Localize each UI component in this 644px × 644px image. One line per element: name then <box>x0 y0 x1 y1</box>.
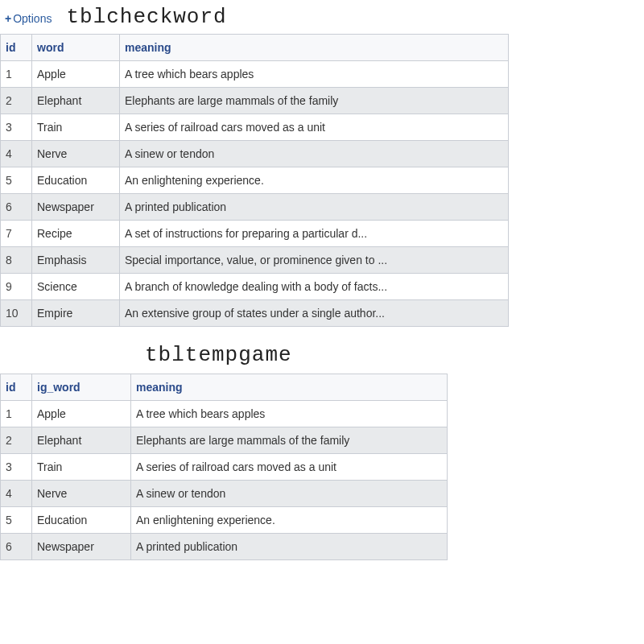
plus-icon: + <box>5 12 11 25</box>
cell-id: 5 <box>1 507 32 534</box>
table2-header-meaning[interactable]: meaning <box>131 374 448 401</box>
cell-word: Train <box>32 114 120 141</box>
cell-meaning: Special importance, value, or prominence… <box>120 247 509 274</box>
cell-id: 7 <box>1 221 32 247</box>
cell-word: Apple <box>32 61 120 88</box>
table-checkword: id word meaning 1AppleA tree which bears… <box>0 34 509 327</box>
cell-meaning: Elephants are large mammals of the famil… <box>120 88 509 114</box>
cell-id: 1 <box>1 61 32 88</box>
table1-header-id[interactable]: id <box>1 35 32 61</box>
table1-header-meaning[interactable]: meaning <box>120 35 509 61</box>
cell-id: 8 <box>1 247 32 274</box>
cell-id: 10 <box>1 300 32 327</box>
cell-word: Science <box>32 274 120 300</box>
table2-header-igword[interactable]: ig_word <box>32 374 131 401</box>
cell-igword: Education <box>32 507 131 534</box>
cell-word: Empire <box>32 300 120 327</box>
cell-igword: Train <box>32 454 131 481</box>
cell-meaning: An enlightening experience. <box>131 507 448 534</box>
cell-id: 6 <box>1 194 32 221</box>
cell-id: 6 <box>1 534 32 560</box>
cell-meaning: A sinew or tendon <box>131 481 448 507</box>
cell-id: 1 <box>1 401 32 427</box>
cell-meaning: A tree which bears apples <box>120 61 509 88</box>
cell-id: 9 <box>1 274 32 300</box>
table-row[interactable]: 8EmphasisSpecial importance, value, or p… <box>1 247 509 274</box>
table-row[interactable]: 10EmpireAn extensive group of states und… <box>1 300 509 327</box>
cell-meaning: A sinew or tendon <box>120 141 509 167</box>
table-row[interactable]: 5EducationAn enlightening experience. <box>1 167 509 194</box>
table1-title: tblcheckword <box>66 5 226 29</box>
table-row[interactable]: 9ScienceA branch of knowledge dealing wi… <box>1 274 509 300</box>
cell-meaning: A printed publication <box>131 534 448 560</box>
cell-igword: Nerve <box>32 481 131 507</box>
table-row[interactable]: 3TrainA series of railroad cars moved as… <box>1 454 448 481</box>
cell-word: Recipe <box>32 221 120 247</box>
cell-meaning: A printed publication <box>120 194 509 221</box>
options-toggle[interactable]: +Options <box>5 12 52 25</box>
cell-id: 3 <box>1 114 32 141</box>
cell-meaning: A series of railroad cars moved as a uni… <box>131 454 448 481</box>
cell-word: Nerve <box>32 141 120 167</box>
cell-word: Elephant <box>32 88 120 114</box>
table-row[interactable]: 5EducationAn enlightening experience. <box>1 507 448 534</box>
cell-id: 2 <box>1 88 32 114</box>
table-row[interactable]: 3TrainA series of railroad cars moved as… <box>1 114 509 141</box>
cell-word: Newspaper <box>32 194 120 221</box>
cell-meaning: A tree which bears apples <box>131 401 448 427</box>
table-row[interactable]: 6NewspaperA printed publication <box>1 534 448 560</box>
cell-meaning: A branch of knowledge dealing with a bod… <box>120 274 509 300</box>
cell-word: Emphasis <box>32 247 120 274</box>
table2-title: tbltempgame <box>0 343 644 367</box>
cell-igword: Newspaper <box>32 534 131 560</box>
cell-meaning: Elephants are large mammals of the famil… <box>131 427 448 454</box>
cell-meaning: An enlightening experience. <box>120 167 509 194</box>
cell-id: 2 <box>1 427 32 454</box>
cell-word: Education <box>32 167 120 194</box>
table-row[interactable]: 4NerveA sinew or tendon <box>1 481 448 507</box>
cell-meaning: A set of instructions for preparing a pa… <box>120 221 509 247</box>
table-row[interactable]: 4NerveA sinew or tendon <box>1 141 509 167</box>
cell-id: 5 <box>1 167 32 194</box>
table1-header-word[interactable]: word <box>32 35 120 61</box>
table-tempgame: id ig_word meaning 1AppleA tree which be… <box>0 374 448 560</box>
cell-id: 3 <box>1 454 32 481</box>
cell-meaning: An extensive group of states under a sin… <box>120 300 509 327</box>
table-row[interactable]: 1AppleA tree which bears apples <box>1 401 448 427</box>
table-row[interactable]: 6NewspaperA printed publication <box>1 194 509 221</box>
table-row[interactable]: 2ElephantElephants are large mammals of … <box>1 427 448 454</box>
cell-meaning: A series of railroad cars moved as a uni… <box>120 114 509 141</box>
table-row[interactable]: 1AppleA tree which bears apples <box>1 61 509 88</box>
cell-id: 4 <box>1 481 32 507</box>
cell-id: 4 <box>1 141 32 167</box>
cell-igword: Apple <box>32 401 131 427</box>
cell-igword: Elephant <box>32 427 131 454</box>
table2-header-id[interactable]: id <box>1 374 32 401</box>
options-label: Options <box>13 12 52 25</box>
table-row[interactable]: 7RecipeA set of instructions for prepari… <box>1 221 509 247</box>
table-row[interactable]: 2ElephantElephants are large mammals of … <box>1 88 509 114</box>
